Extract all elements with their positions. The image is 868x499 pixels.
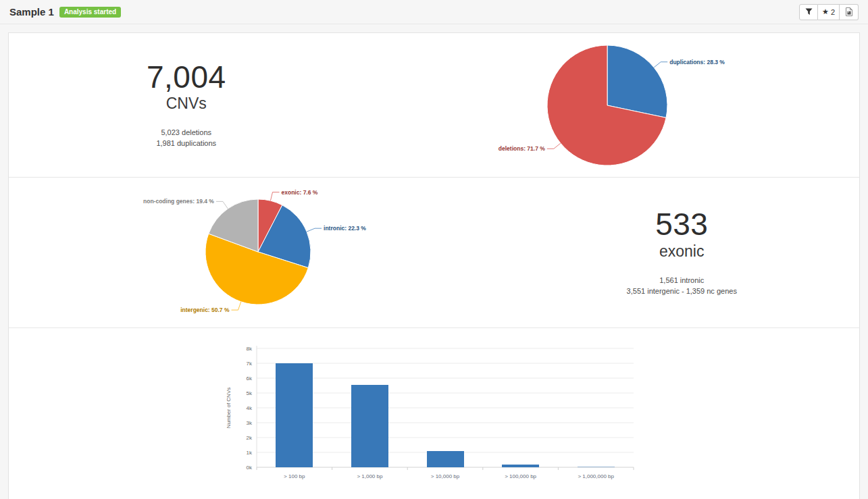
y-tick-label: 5k bbox=[246, 390, 252, 396]
intronic-count-text: 1,561 intronic bbox=[627, 275, 737, 286]
pie-slice-label: intronic: 22.3 % bbox=[324, 225, 366, 232]
analysis-summary-card: 7,004 CNVs 5,023 deletions 1,981 duplica… bbox=[8, 32, 860, 499]
pie-label-line bbox=[270, 192, 279, 201]
cnv-overview-section: 7,004 CNVs 5,023 deletions 1,981 duplica… bbox=[9, 33, 859, 178]
bar--1-000-bp[interactable] bbox=[351, 385, 388, 467]
pie-label-line bbox=[307, 228, 322, 232]
report-button[interactable] bbox=[840, 4, 859, 20]
y-tick-label: 1k bbox=[246, 450, 252, 456]
exonic-count-label: exonic bbox=[627, 242, 737, 261]
y-tick-label: 6k bbox=[246, 375, 252, 382]
pie-label-line bbox=[547, 143, 561, 149]
pie-label-line bbox=[216, 201, 228, 209]
cnv-count-label: CNVs bbox=[147, 95, 226, 113]
pie-slice-label: intergenic: 50.7 % bbox=[180, 307, 230, 313]
y-tick-label: 3k bbox=[246, 420, 252, 426]
y-tick-label: 0k bbox=[246, 465, 252, 471]
cnv-size-section: 0k1k2k3k4k5k6k7k8k> 100 bp> 1,000 bp> 10… bbox=[9, 328, 859, 498]
cnv-type-pie-chart: duplications: 28.3 %deletions: 71.7 % bbox=[452, 38, 763, 173]
status-badge: Analysis started bbox=[59, 7, 121, 18]
bar--100-000-bp[interactable] bbox=[502, 465, 539, 467]
filter-button[interactable] bbox=[799, 4, 818, 20]
y-tick-label: 7k bbox=[246, 361, 252, 367]
y-tick-label: 8k bbox=[246, 346, 252, 352]
favorites-button[interactable]: ★ 2 bbox=[818, 4, 840, 20]
pie-slice-label: exonic: 7.6 % bbox=[281, 188, 317, 195]
bar--10-000-bp[interactable] bbox=[426, 451, 463, 467]
cnv-count: 7,004 bbox=[147, 61, 226, 93]
pie-slice-duplications[interactable] bbox=[607, 45, 667, 117]
pie-slice-label: duplications: 28.3 % bbox=[669, 58, 725, 65]
bar--100-bp[interactable] bbox=[276, 363, 313, 467]
pie-slice-label: non-coding genes: 19.4 % bbox=[143, 198, 214, 205]
x-tick-label: > 100 bp bbox=[284, 473, 305, 479]
y-axis-title: Number of CNVs bbox=[226, 388, 232, 428]
exonic-summary: 533 exonic 1,561 intronic 3,551 intergen… bbox=[627, 208, 737, 296]
y-tick-label: 4k bbox=[246, 405, 252, 411]
favorites-count: 2 bbox=[831, 8, 835, 16]
pie-label-line bbox=[654, 61, 667, 67]
deletions-count-text: 5,023 deletions bbox=[147, 128, 226, 138]
star-icon: ★ bbox=[822, 8, 829, 16]
exonic-count: 533 bbox=[627, 208, 737, 240]
toolbar-button-group: ★ 2 bbox=[799, 4, 859, 20]
page-title: Sample 1 bbox=[9, 6, 54, 18]
x-tick-label: > 100,000 bp bbox=[505, 473, 536, 479]
y-tick-label: 2k bbox=[246, 435, 252, 441]
pie-slice-label: deletions: 71.7 % bbox=[499, 145, 545, 152]
cnv-location-pie-chart: exonic: 7.6 %intronic: 22.3 %intergenic:… bbox=[123, 180, 393, 326]
x-tick-label: > 1,000,000 bp bbox=[578, 473, 614, 479]
pie-label-line bbox=[231, 301, 240, 309]
report-file-icon bbox=[845, 7, 853, 16]
cnv-total-summary: 7,004 CNVs 5,023 deletions 1,981 duplica… bbox=[147, 61, 226, 149]
intergenic-ncgenes-count-text: 3,551 intergenic - 1,359 nc genes bbox=[627, 286, 737, 297]
top-bar: Sample 1 Analysis started ★ 2 bbox=[0, 0, 868, 24]
bar--1-000-000-bp[interactable] bbox=[577, 467, 614, 467]
cnv-location-section: exonic: 7.6 %intronic: 22.3 %intergenic:… bbox=[9, 178, 859, 328]
x-tick-label: > 10,000 bp bbox=[430, 473, 459, 479]
filter-icon bbox=[805, 8, 813, 16]
x-tick-label: > 1,000 bp bbox=[357, 473, 383, 479]
cnv-size-bar-chart: 0k1k2k3k4k5k6k7k8k> 100 bp> 1,000 bp> 10… bbox=[222, 342, 647, 492]
duplications-count-text: 1,981 duplications bbox=[147, 138, 226, 149]
